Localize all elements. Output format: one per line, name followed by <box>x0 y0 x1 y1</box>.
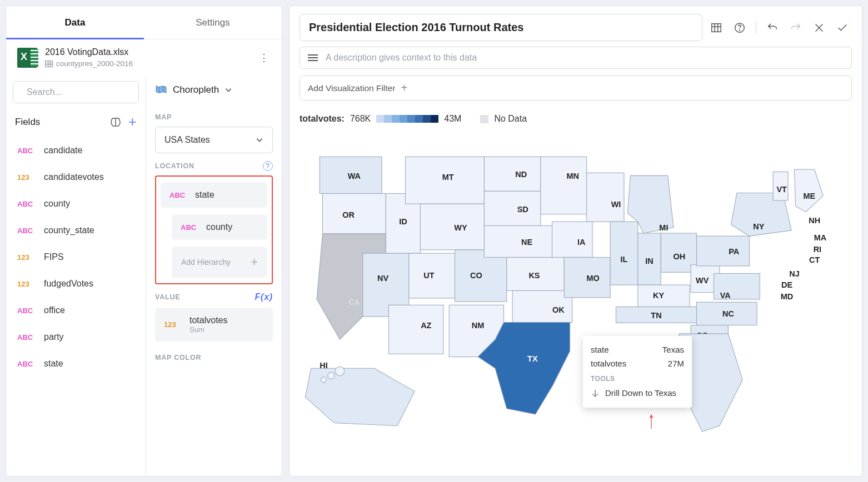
field-item-state[interactable]: ABCstate <box>13 350 139 377</box>
svg-text:ND: ND <box>515 170 527 179</box>
choropleth-icon <box>155 85 167 95</box>
drill-down-button[interactable]: Drill Down to Texas <box>591 385 684 401</box>
svg-text:NM: NM <box>472 321 485 330</box>
svg-text:AZ: AZ <box>421 321 431 330</box>
table-view-button[interactable] <box>707 18 726 37</box>
svg-text:ID: ID <box>399 217 407 226</box>
help-icon[interactable]: ? <box>263 161 273 171</box>
svg-text:TN: TN <box>651 311 661 320</box>
field-item-FIPS[interactable]: 123FIPS <box>13 244 139 270</box>
svg-marker-78 <box>794 169 823 212</box>
svg-text:VT: VT <box>776 185 787 194</box>
svg-text:NJ: NJ <box>789 269 800 278</box>
annotation-arrow: ↑ <box>648 406 655 434</box>
field-item-candidate[interactable]: ABCcandidate <box>13 137 139 164</box>
legend: totalvotes: 768K 43M No Data <box>300 114 852 124</box>
add-hierarchy-button[interactable]: Add Hierarchy + <box>172 247 267 278</box>
svg-text:HI: HI <box>320 361 328 370</box>
svg-text:NE: NE <box>521 238 532 247</box>
svg-text:OR: OR <box>342 210 355 219</box>
field-item-county[interactable]: ABCcounty <box>13 190 139 217</box>
svg-text:VA: VA <box>720 291 731 300</box>
viz-toolbar <box>300 14 852 41</box>
fields-header: Fields <box>15 117 40 128</box>
field-item-office[interactable]: ABCoffice <box>13 297 139 324</box>
field-item-fudgedVotes[interactable]: 123fudgedVotes <box>13 270 139 297</box>
svg-text:CA: CA <box>348 298 360 307</box>
svg-text:MA: MA <box>814 233 827 242</box>
description-input[interactable] <box>326 53 844 63</box>
field-item-candidatevotes[interactable]: 123candidatevotes <box>13 164 139 190</box>
value-well[interactable]: 123 totalvotes Sum <box>155 308 273 342</box>
svg-rect-50 <box>587 173 624 222</box>
svg-text:DE: DE <box>781 280 792 289</box>
svg-rect-72 <box>696 236 749 266</box>
svg-rect-2 <box>712 23 721 32</box>
svg-rect-26 <box>388 305 443 354</box>
viz-type-selector[interactable]: Choropleth <box>155 81 273 106</box>
search-box[interactable] <box>13 81 139 103</box>
table-icon <box>45 61 53 67</box>
svg-point-7 <box>739 30 740 31</box>
location-state-well[interactable]: ABC state <box>161 182 267 208</box>
svg-rect-36 <box>484 225 552 257</box>
svg-text:CO: CO <box>470 271 482 280</box>
svg-text:MN: MN <box>567 172 580 180</box>
field-item-county_state[interactable]: ABCcounty_state <box>13 217 139 244</box>
datasource-menu-button[interactable]: ⋮ <box>257 51 271 64</box>
datasource-row: 2016 VotingData.xlsx countypres_2000-201… <box>6 39 282 76</box>
svg-text:KY: KY <box>653 291 664 300</box>
svg-text:WY: WY <box>454 223 467 232</box>
svg-rect-22 <box>420 204 484 250</box>
svg-text:CT: CT <box>809 255 820 264</box>
svg-text:OH: OH <box>674 252 686 261</box>
svg-text:WI: WI <box>611 200 621 209</box>
fx-button[interactable]: F(x) <box>255 292 273 302</box>
svg-text:UT: UT <box>423 271 434 280</box>
svg-rect-44 <box>541 157 587 214</box>
tab-data[interactable]: Data <box>6 6 144 39</box>
svg-text:NC: NC <box>722 309 734 318</box>
location-wells-highlighted: ABC state ABC county Add Hierarchy + <box>155 175 273 284</box>
svg-text:IN: IN <box>645 257 654 265</box>
svg-text:IL: IL <box>621 255 628 264</box>
choropleth-map[interactable]: WA OR CA NV ID MT WY UT AZ CO NM ND SD N… <box>300 130 852 468</box>
redo-button[interactable] <box>786 18 805 37</box>
panel-tabs: Data Settings <box>6 6 282 39</box>
svg-point-88 <box>335 366 345 376</box>
search-input[interactable] <box>27 87 138 97</box>
field-item-party[interactable]: ABCparty <box>13 324 139 350</box>
svg-text:PA: PA <box>729 247 740 256</box>
viz-title-input[interactable] <box>300 14 702 41</box>
svg-text:NV: NV <box>377 274 388 283</box>
description-row[interactable] <box>300 47 852 69</box>
add-filter-button[interactable]: Add Visualization Filter+ <box>300 76 852 101</box>
svg-text:ME: ME <box>804 192 816 200</box>
left-panel: Data Settings 2016 VotingData.xlsx count… <box>6 6 282 476</box>
location-county-well[interactable]: ABC county <box>172 214 267 240</box>
help-button[interactable] <box>730 18 749 37</box>
excel-icon <box>17 48 37 68</box>
add-field-button[interactable]: + <box>128 113 137 130</box>
svg-rect-52 <box>610 222 638 285</box>
svg-rect-32 <box>484 157 540 191</box>
svg-text:NY: NY <box>753 222 764 231</box>
brain-icon[interactable] <box>109 117 122 128</box>
confirm-button[interactable] <box>833 18 852 37</box>
svg-rect-34 <box>484 191 540 225</box>
datasource-table: countypres_2000-2016 <box>56 59 133 68</box>
cancel-button[interactable] <box>810 18 829 37</box>
undo-button[interactable] <box>763 18 782 37</box>
arrow-down-icon <box>591 389 600 398</box>
section-value-label: VALUE F(x) <box>155 292 273 302</box>
svg-text:TX: TX <box>527 354 538 363</box>
visualization-panel: Add Visualization Filter+ totalvotes: 76… <box>289 6 862 476</box>
svg-text:KS: KS <box>528 271 540 280</box>
svg-text:OK: OK <box>552 305 565 314</box>
state-tooltip: stateTexas totalvotes27M TOOLS Drill Dow… <box>583 336 692 408</box>
svg-text:SD: SD <box>517 205 528 214</box>
map-type-select[interactable]: USA States <box>155 127 273 153</box>
color-gradient-legend <box>376 115 438 123</box>
svg-text:MO: MO <box>586 274 599 283</box>
tab-settings[interactable]: Settings <box>144 6 282 39</box>
